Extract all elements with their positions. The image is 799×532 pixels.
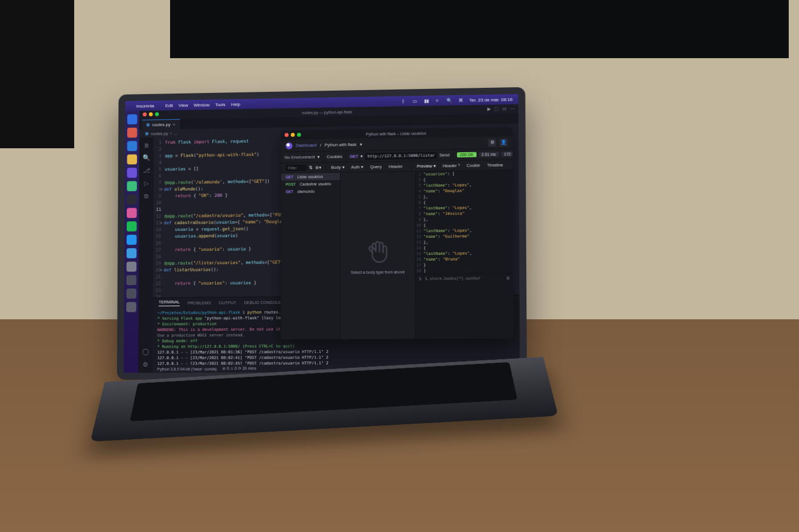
res-tab-header[interactable]: Header ⁵ [443,163,460,168]
req-tab-query[interactable]: Query [370,164,382,169]
breadcrumb-file[interactable]: routes.py [151,131,168,136]
dock-app-app13[interactable] [126,275,136,285]
dock-app-chrome[interactable] [127,128,138,138]
insomnia-logo-icon[interactable] [286,142,293,149]
request-filter[interactable]: ⇅ ⊕▾ [281,163,327,173]
panel-tab-terminal[interactable]: TERMINAL [159,299,180,306]
environment-selector[interactable]: No Environment▾ [281,152,324,163]
size-badge: 172 B [501,152,513,157]
debug-icon[interactable]: ▷ [144,180,148,187]
menu-help[interactable]: Help [231,101,240,107]
menubar-clock[interactable]: Ter. 23 de mar. 08:16 [469,97,513,103]
collection-name[interactable]: Python with flask [325,142,357,148]
res-tab-timeline[interactable]: Timeline [487,163,503,168]
vscode-title-text: routes.py — python-api-flask [302,109,352,114]
hand-icon [364,237,392,265]
req-tab-body[interactable]: Body ▾ [331,165,344,170]
wifi-icon[interactable]: ᯤ [435,98,441,103]
request-label: Cadastrar usuário [300,182,331,186]
menu-edit[interactable]: Edit [166,103,173,108]
window-traffic-lights[interactable] [285,133,301,137]
editor-action-3[interactable]: ⋯ [510,106,515,111]
dock-app-spotify[interactable] [127,221,137,232]
close-tab-icon[interactable]: × [173,122,176,127]
url-input[interactable]: http://127.0.0.1:5000/listar [365,152,437,160]
control-center-icon[interactable]: ⌘ [458,98,463,103]
dock-app-vscode[interactable] [127,141,138,151]
search-icon[interactable]: 🔍 [143,154,151,161]
settings-gear-icon[interactable]: ⚙ [488,139,496,147]
panel-tab-output[interactable]: OUTPUT [219,300,236,305]
dock-app-app14[interactable] [126,289,136,299]
breadcrumb-symbol[interactable]: ... [174,131,177,136]
request-list[interactable]: GETListar usuáriosPOSTCadastrar usuárioG… [281,173,341,340]
macos-dock[interactable] [124,111,140,373]
source-control-icon[interactable]: ⎇ [143,167,150,174]
dock-app-trash[interactable] [126,302,136,312]
panel-tab-debug console[interactable]: DEBUG CONSOLE [244,299,281,304]
vscode-tab-routes[interactable]: ⬢ routes.py × [142,119,180,130]
dock-app-slack[interactable] [127,208,137,218]
dock-app-finder[interactable] [127,114,138,124]
battery-icon[interactable]: ▮▮ [423,98,429,103]
vscode-activity-bar[interactable]: 🗎 🔍 ⎇ ▷ ⧉ ◯ ⚙ [138,137,154,373]
send-button[interactable]: Send [439,152,450,157]
chevron-down-icon[interactable]: ▾ [360,142,362,147]
request-body-pane[interactable]: Select a body type from above [341,172,415,339]
window-traffic-lights[interactable] [143,112,159,116]
time-badge: 2.01 ms [479,152,499,157]
menubar-app-name[interactable]: Insomnia [136,103,155,108]
response-filter-bar[interactable]: $ ⧉ [415,273,513,283]
cookies-button[interactable]: Cookies [324,151,346,162]
res-tab-cookie[interactable]: Cookie [466,163,480,168]
request-label: Listar usuários [297,174,323,179]
spotlight-icon[interactable]: 🔍 [446,98,452,103]
python-file-icon: ⬢ [146,123,150,128]
airplay-icon[interactable]: ▭ [412,99,418,104]
req-tab-header[interactable]: Header [389,164,403,169]
editor-action-1[interactable]: ⬚ [494,106,499,111]
dock-app-insomnia[interactable] [127,168,137,178]
status-problems[interactable]: ⊘ 0 ⚠ 0 ⟳ 26 mins [223,366,256,371]
editor-action-0[interactable]: ▶ [487,107,491,112]
empty-body-hint: Select a body type from above [351,270,405,274]
res-tab-preview[interactable]: Preview ▾ [417,164,436,169]
gear-icon[interactable]: ⚙ [143,361,148,368]
explorer-icon[interactable]: 🗎 [143,142,150,149]
filter-input[interactable] [286,165,307,171]
insomnia-title-text: Python with flask – Listar usuários [366,131,426,136]
menu-view[interactable]: View [179,103,188,108]
request-label: olamundo [297,189,314,193]
dock-app-mail[interactable] [127,248,137,258]
status-badge: 200 OK [457,152,477,157]
insomnia-window: Python with flask – Listar usuários Dash… [281,127,513,340]
bluetooth-icon[interactable]: ᛒ [401,99,406,104]
add-request-icon[interactable]: ⊕▾ [315,165,321,170]
dashboard-link[interactable]: Dashboard [296,143,316,148]
sort-icon[interactable]: ⇅ [309,165,313,170]
jsonpath-input[interactable] [425,276,503,281]
copy-response-icon[interactable]: ⧉ [507,275,510,281]
menu-window[interactable]: Window [193,102,209,107]
account-icon[interactable]: 👤 [499,138,507,146]
editor-action-2[interactable]: ▭ [502,106,507,111]
dock-app-docker[interactable] [127,235,137,245]
request-row[interactable]: GETolamundo [281,188,340,196]
dock-app-notes[interactable] [127,155,138,165]
panel-tab-problems[interactable]: PROBLEMS [188,300,211,305]
crumb-sep: / [320,143,321,148]
dock-app-pycharm[interactable] [127,181,137,192]
extensions-icon[interactable]: ⧉ [144,193,148,200]
req-tab-auth[interactable]: Auth ▾ [351,164,363,169]
method-selector[interactable]: GET [350,154,358,159]
vscode-tab-label: routes.py [152,122,171,127]
dock-app-terminal[interactable] [127,194,137,205]
python-interpreter[interactable]: Python 3.8.5 64-bit ('base': conda) [157,367,216,371]
dock-app-system[interactable] [127,262,137,272]
response-pane[interactable]: 1"usuarios": [2 {3 "lastName": "Lopes",4… [415,170,514,339]
account-icon[interactable]: ◯ [142,348,149,355]
menu-tools[interactable]: Tools [215,102,225,107]
